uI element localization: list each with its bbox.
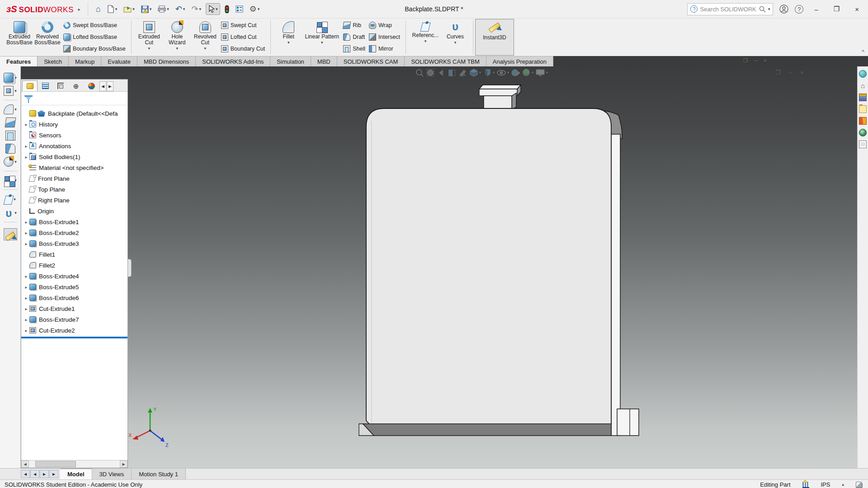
tag-icon[interactable] <box>856 482 863 488</box>
file-explorer-icon[interactable] <box>859 105 867 113</box>
expand-caret-icon[interactable]: ▸ <box>23 220 29 225</box>
instant3d-button[interactable]: Instant3D <box>475 19 514 56</box>
tab-mbd-dimensions[interactable]: MBD Dimensions <box>137 56 196 66</box>
tab-solidworks-addins[interactable]: SOLIDWORKS Add-Ins <box>196 56 270 66</box>
curves-button[interactable]: υ Curves ▾ <box>441 19 469 55</box>
edit-appearance-button[interactable] <box>511 68 520 77</box>
lofted-cut-button[interactable]: Lofted Cut <box>221 33 265 41</box>
tree-item-boss-extrude6[interactable]: ▸Boss-Extrude6 <box>21 292 127 303</box>
search-input[interactable] <box>700 6 756 13</box>
doc-restore-icon[interactable]: ❐ <box>743 57 748 64</box>
previous-view-button[interactable] <box>437 68 446 77</box>
draft-button[interactable]: Draft <box>343 33 365 41</box>
panel-splitter-handle[interactable] <box>128 259 132 277</box>
tree-item-top-plane[interactable]: Top Plane <box>21 184 127 195</box>
expand-caret-icon[interactable]: ▸ <box>23 122 29 127</box>
ls-hole-wizard-button[interactable]: ▾ <box>4 157 17 167</box>
tree-item-history[interactable]: ▸History <box>21 119 127 130</box>
view-palette-icon[interactable] <box>859 117 867 125</box>
3d-views-tab[interactable]: 3D Views <box>92 469 132 479</box>
undo-button[interactable]: ↶▾ <box>174 4 187 14</box>
panel-tab-prev-button[interactable]: ◀ <box>99 81 106 91</box>
custom-properties-icon[interactable] <box>859 141 867 148</box>
tree-item-cut-extrude2[interactable]: ▸Cut-Extrude2 <box>21 325 127 336</box>
save-button[interactable]: ▾ <box>139 4 154 14</box>
tab-solidworks-cam-tbm[interactable]: SOLIDWORKS CAM TBM <box>405 56 486 66</box>
tab-mbd[interactable]: MBD <box>311 56 337 66</box>
motion-study-tab[interactable]: Motion Study 1 <box>132 469 186 479</box>
linear-pattern-button[interactable]: Linear Pattern ▾ <box>302 19 341 55</box>
shell-button[interactable]: Shell <box>343 45 365 52</box>
tab-features[interactable]: Features <box>0 56 38 66</box>
backplate-3d-model[interactable]: Y X Z <box>21 66 857 468</box>
nav-next-button[interactable]: ▶ <box>40 470 49 478</box>
help-search-box[interactable]: ? ▾ <box>687 3 773 15</box>
tree-item-right-plane[interactable]: Right Plane <box>21 195 127 206</box>
nav-first-button[interactable]: ◀ <box>21 470 30 478</box>
open-button[interactable]: ▾ <box>122 4 137 14</box>
extruded-boss-button[interactable]: Extruded Boss/Base <box>5 19 33 55</box>
view-settings-button[interactable]: ▾ <box>535 69 548 77</box>
new-document-button[interactable]: ▾ <box>105 4 119 14</box>
tree-item-front-plane[interactable]: Front Plane <box>21 173 127 184</box>
featuremanager-tab[interactable] <box>22 80 38 91</box>
tree-item-boss-extrude5[interactable]: ▸Boss-Extrude5 <box>21 282 127 292</box>
boundary-boss-button[interactable]: Boundary Boss/Base <box>63 45 126 52</box>
expand-caret-icon[interactable]: ▸ <box>23 274 29 279</box>
tab-solidworks-cam[interactable]: SOLIDWORKS CAM <box>337 56 405 66</box>
home-button[interactable]: ⌂ <box>94 4 103 14</box>
configurationmanager-tab[interactable] <box>53 80 68 91</box>
expand-caret-icon[interactable]: ▸ <box>23 230 29 235</box>
design-library-icon[interactable] <box>859 94 867 101</box>
tab-evaluate[interactable]: Evaluate <box>101 56 137 66</box>
expand-caret-icon[interactable]: ▸ <box>23 306 29 311</box>
tree-item-cut-extrude1[interactable]: ▸Cut-Extrude1 <box>21 303 127 314</box>
nav-last-button[interactable]: ▶ <box>49 470 58 478</box>
restore-button[interactable]: ❐ <box>829 4 844 14</box>
nav-prev-button[interactable]: ◀ <box>30 470 39 478</box>
ls-fillet-button[interactable]: ▾ <box>4 104 17 114</box>
expand-caret-icon[interactable]: ▸ <box>23 296 29 300</box>
tree-item-boss-extrude7[interactable]: ▸Boss-Extrude7 <box>21 314 127 325</box>
lofted-boss-button[interactable]: Lofted Boss/Base <box>63 33 126 41</box>
scroll-right-button[interactable]: ▶ <box>120 460 127 468</box>
ls-shell-button[interactable] <box>5 131 15 141</box>
expand-caret-icon[interactable]: ▸ <box>23 144 29 149</box>
scrollbar-thumb[interactable] <box>35 461 76 467</box>
vp-restore-icon[interactable]: ❐ <box>775 69 781 76</box>
ls-reference-geometry-button[interactable]: ▾ <box>5 194 16 205</box>
intersect-button[interactable]: Intersect <box>369 33 400 41</box>
revolved-cut-button[interactable]: Revolved Cut ▾ <box>191 19 219 55</box>
tab-markup[interactable]: Markup <box>69 56 101 66</box>
vp-close-icon[interactable]: × <box>800 69 804 76</box>
minimize-button[interactable]: – <box>810 5 822 14</box>
doc-minimize-icon[interactable]: – <box>754 57 757 64</box>
model-tab[interactable]: Model <box>60 469 92 479</box>
solidworks-resources-icon[interactable]: ⌂ <box>859 82 867 89</box>
vp-minimize-icon[interactable]: – <box>789 69 792 76</box>
display-style-button[interactable]: ▾ <box>483 68 495 77</box>
annotation-visibility-button[interactable]: A <box>458 68 467 77</box>
select-tool-button[interactable]: ▾ <box>206 3 220 15</box>
properties-button[interactable] <box>234 4 245 14</box>
hole-wizard-button[interactable]: Hole Wizard ▾ <box>163 19 191 55</box>
help-icon[interactable]: ? <box>795 5 803 14</box>
tree-filter-row[interactable] <box>21 92 127 105</box>
tab-sketch[interactable]: Sketch <box>38 56 69 66</box>
doc-close-icon[interactable]: × <box>764 57 767 64</box>
ls-instant3d-button[interactable] <box>4 228 17 240</box>
tree-item-fillet2[interactable]: Fillet2 <box>21 260 127 271</box>
scroll-left-button[interactable]: ◀ <box>21 460 29 468</box>
appearances-scenes-icon[interactable] <box>859 129 867 136</box>
ribbon-collapse-chevron[interactable]: ^ <box>862 49 864 55</box>
boundary-cut-button[interactable]: Boundary Cut <box>221 45 265 52</box>
rebuild-button[interactable] <box>223 4 231 15</box>
tab-analysis-preparation[interactable]: Analysis Preparation <box>486 56 553 66</box>
ls-linear-pattern-button[interactable]: ▾ <box>4 175 17 185</box>
redo-button[interactable]: ↷▾ <box>189 4 203 14</box>
expand-caret-icon[interactable]: ▸ <box>23 285 29 290</box>
tree-item-sensors[interactable]: Sensors <box>21 130 127 141</box>
reference-geometry-button[interactable]: Referenc... ▾ <box>410 19 441 55</box>
units-label[interactable]: IPS <box>821 481 830 488</box>
print-button[interactable]: ▾ <box>156 4 171 14</box>
